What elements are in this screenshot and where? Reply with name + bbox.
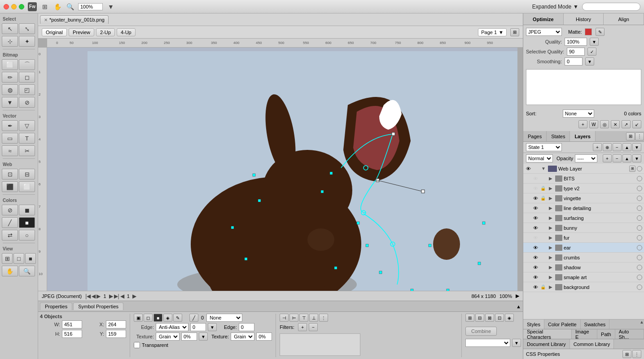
texture-stepper[interactable]: ▼ (199, 333, 208, 341)
layer-lock-icon[interactable]: 🔒 (540, 284, 546, 290)
layer-expand-icon[interactable]: ▶ (548, 205, 554, 211)
color-contract-btn[interactable]: ↙ (632, 120, 641, 128)
layer-lock-icon[interactable] (540, 235, 546, 241)
combine-icon4[interactable]: ⊡ (495, 314, 504, 322)
full-screen-btn2[interactable]: ■ (25, 253, 36, 264)
align-tab[interactable]: Align (604, 13, 644, 25)
styles-tab[interactable]: Styles (523, 320, 544, 329)
matte-color-swatch[interactable] (585, 28, 592, 35)
page-selector[interactable]: Page 1 ▼ (478, 28, 507, 36)
state-move-dn-btn[interactable]: ▼ (632, 143, 641, 151)
text-tool[interactable]: T (19, 133, 35, 144)
default-colors-btn[interactable]: ○ (19, 230, 35, 241)
marquee-tool[interactable]: ⬜ (2, 59, 18, 70)
texture-select[interactable]: Grain (156, 333, 180, 341)
layer-item-surfacing[interactable]: 👁 ▶ surfacing (523, 213, 644, 223)
layer-expand-icon[interactable]: ▶ (548, 264, 554, 271)
knife-tool[interactable]: ✂ (19, 145, 35, 156)
align-bottom-btn[interactable]: ⋮ (319, 314, 328, 322)
layer-lock-icon[interactable] (540, 205, 546, 211)
common-library-tab[interactable]: Common Library (570, 339, 614, 349)
color-expand-btn[interactable]: ↗ (622, 120, 631, 128)
y-input[interactable] (106, 330, 126, 338)
color-palette-tab[interactable]: Color Palette (544, 320, 581, 329)
color-snap-btn[interactable]: ◎ (600, 120, 609, 128)
layer-item-bunny[interactable]: 👁 ▶ bunny (523, 223, 644, 233)
stroke-select[interactable]: None (206, 314, 242, 322)
preview-view-btn[interactable]: Preview (69, 28, 94, 36)
nav-prev-btn[interactable]: ◀ (92, 293, 96, 299)
edge-select[interactable]: Anti-Alias (156, 323, 188, 331)
state-del-btn[interactable]: − (613, 143, 622, 151)
layer-item-crumbs[interactable]: 👁 ▶ crumbs (523, 253, 644, 263)
pen-tool[interactable]: ✒ (2, 120, 18, 131)
layer-dn-btn[interactable]: ▼ (632, 154, 641, 162)
opacity-select[interactable]: ---- (575, 154, 597, 162)
layer-expand-icon[interactable]: ▶ (548, 284, 554, 290)
layer-expand-icon[interactable]: ▼ (540, 166, 547, 172)
zoom-more-btn[interactable]: ▶ (516, 293, 519, 299)
layer-vis-icon[interactable]: 👁 (532, 175, 539, 182)
state-select[interactable]: State 1 (526, 143, 562, 151)
layer-lock-icon[interactable] (540, 215, 546, 221)
state-add-btn[interactable]: + (593, 143, 602, 151)
layer-vis-icon[interactable]: 👁 (532, 245, 539, 251)
layer-up-btn[interactable]: ▲ (622, 154, 631, 162)
sel-quality-input[interactable] (567, 48, 585, 56)
two-up-view-btn[interactable]: 2-Up (96, 28, 115, 36)
page-settings-btn[interactable]: ⊞ (510, 28, 519, 36)
minimize-button[interactable] (11, 4, 17, 9)
nav-play-btn[interactable]: ▶ (96, 293, 101, 299)
align-left-btn[interactable]: ⊣ (280, 314, 289, 322)
layer-vis-icon[interactable]: 👁 (532, 264, 539, 271)
layers-tab[interactable]: Layers (570, 131, 595, 141)
document-library-tab[interactable]: Document Library (523, 339, 570, 349)
close-tab-icon[interactable]: ✕ (44, 18, 48, 22)
layer-expand-icon[interactable]: ▶ (548, 215, 554, 221)
layers-settings-btn[interactable]: ⋮ (635, 132, 644, 140)
layer-item-line-detailing[interactable]: 👁 ▶ line detailing (523, 203, 644, 213)
layer-lock-icon[interactable]: 🔒 (540, 185, 546, 192)
stroke-color-btn[interactable]: ╱ (2, 217, 18, 228)
search-icon[interactable]: 🔍 (66, 2, 74, 11)
layer-expand-icon[interactable]: ▶ (548, 254, 554, 261)
crop-tool[interactable]: ⊹ (2, 36, 18, 47)
zoom-display[interactable]: 100% (78, 3, 103, 10)
eyedropper-tool2[interactable]: ⊘ (2, 205, 18, 215)
page-dropdown-icon[interactable]: ▼ (499, 30, 504, 35)
layer-lock-icon[interactable] (540, 254, 546, 261)
css-props-settings-btn[interactable]: ⋮ (632, 350, 641, 358)
eyedropper-tool[interactable]: ⊘ (19, 97, 35, 108)
align-center-btn[interactable]: ⊢ (289, 314, 298, 322)
special-chars-tab[interactable]: Special Characters (523, 329, 572, 339)
layer-expand-icon[interactable]: ▶ (548, 235, 554, 241)
nav-next-btn[interactable]: ▶ (109, 293, 113, 299)
scale-tool[interactable]: ⤡ (19, 23, 35, 34)
props-collapse-btn[interactable]: ▲ (516, 304, 521, 309)
zoom-dropdown-icon[interactable]: ▼ (106, 2, 115, 11)
state-dup-btn[interactable]: ⊕ (603, 143, 612, 151)
combine-icon1[interactable]: ⊞ (465, 314, 474, 322)
layers-expand-btn[interactable]: ⊞ (626, 132, 635, 140)
optimize-tab[interactable]: Optimize (523, 13, 564, 25)
stroke-type-btn1[interactable]: ╱ (189, 314, 198, 322)
canvas-area[interactable]: 0 50 100 150 200 250 300 350 400 450 500… (38, 39, 523, 291)
layer-lock-icon[interactable]: 🔒 (540, 195, 546, 201)
nav-next-state-btn[interactable]: ▶ (132, 293, 136, 299)
state-move-up-btn[interactable]: ▲ (622, 143, 631, 151)
fill-color-btn[interactable]: ■ (19, 217, 35, 228)
x-input[interactable] (106, 320, 126, 328)
layer-vis-icon[interactable]: 👁 (525, 166, 531, 172)
layer-vis-icon[interactable]: 👁 (532, 215, 539, 221)
layer-item-typev2[interactable]: 👁 🔒 ▶ type v2 (523, 184, 644, 193)
css-props-expand-btn[interactable]: ⊞ (622, 350, 631, 358)
edge2-input[interactable] (239, 323, 254, 331)
layer-expand-icon[interactable]: ▶ (548, 274, 554, 280)
fill-type-btn5[interactable]: ✎ (173, 314, 182, 322)
layer-item-bits[interactable]: 👁 ▶ BITS (523, 174, 644, 184)
edge-stepper[interactable]: ▼ (208, 323, 217, 331)
lasso-tool[interactable]: ⌒ (19, 59, 35, 70)
hotspot-tool[interactable]: ⊡ (2, 169, 18, 180)
remove-filter-btn[interactable]: − (309, 323, 318, 331)
shape-tool[interactable]: ▭ (2, 133, 18, 144)
